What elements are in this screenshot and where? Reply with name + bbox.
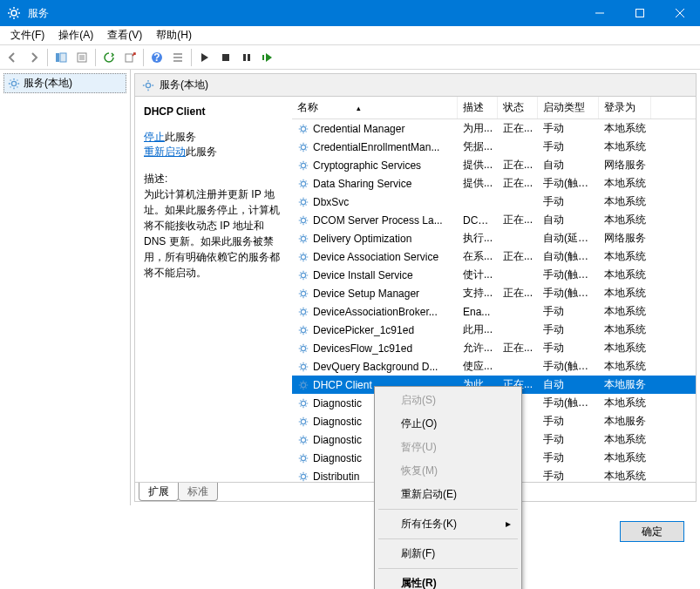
stop-service-button[interactable] [216, 48, 235, 67]
service-row[interactable]: Device Setup Manager支持...正在...手动(触发...本地… [292, 284, 696, 302]
toolbar: ? [0, 45, 700, 70]
svg-point-27 [301, 364, 305, 369]
col-status[interactable]: 状态 [498, 97, 538, 118]
service-start-cell: 手动(触发... [538, 396, 599, 410]
menu-item[interactable]: 停止(O) [377, 412, 520, 436]
minimize-button[interactable] [580, 0, 620, 26]
service-start-cell: 手动 [538, 450, 599, 465]
selected-service-name: DHCP Client [144, 105, 283, 118]
menu-view[interactable]: 查看(V) [100, 26, 149, 44]
service-start-cell: 手动 [538, 304, 599, 319]
service-row[interactable]: DbxSvc手动本地系统 [292, 193, 696, 211]
forward-button[interactable] [24, 48, 44, 67]
tree-node-services-local[interactable]: 服务(本地) [3, 73, 126, 93]
service-logon-cell: 本地系统 [599, 432, 651, 447]
ok-button[interactable]: 确定 [620, 521, 684, 542]
maximize-button[interactable] [620, 0, 660, 26]
service-row[interactable]: Data Sharing Service提供...正在...手动(触发...本地… [292, 174, 696, 193]
service-logon-cell: 本地系统 [599, 139, 651, 154]
tab-extended[interactable]: 扩展 [139, 483, 179, 501]
service-row[interactable]: Credential Manager为用...正在...手动本地系统 [292, 119, 696, 138]
service-logon-cell: 本地系统 [599, 249, 651, 264]
show-hide-tree-button[interactable] [51, 48, 71, 67]
service-desc-cell: 执行... [458, 231, 498, 246]
service-row[interactable]: Cryptographic Services提供...正在...自动网络服务 [292, 156, 696, 174]
restart-link[interactable]: 重新启动 [144, 146, 186, 158]
menu-item[interactable]: 刷新(F) [377, 542, 520, 565]
menu-bar: 文件(F) 操作(A) 查看(V) 帮助(H) [0, 26, 700, 45]
gear-icon [297, 306, 309, 318]
service-name-cell: DevQuery Background D... [313, 361, 438, 373]
window-title: 服务 [28, 6, 580, 21]
service-desc-cell: 使应... [458, 359, 498, 374]
service-row[interactable]: Device Install Service使计...手动(触发...本地系统 [292, 266, 696, 284]
refresh-button[interactable] [99, 48, 119, 67]
close-button[interactable] [660, 0, 700, 26]
gear-icon [297, 397, 309, 410]
service-status-cell: 正在... [498, 158, 538, 173]
service-row[interactable]: DCOM Server Process La...DCO...正在...自动本地… [292, 211, 696, 229]
menu-file[interactable]: 文件(F) [3, 26, 51, 44]
export-button[interactable] [120, 48, 139, 67]
menu-action[interactable]: 操作(A) [51, 26, 100, 44]
gear-icon [297, 269, 309, 281]
gear-icon [8, 78, 20, 90]
svg-point-19 [301, 218, 305, 222]
service-logon-cell: 网络服务 [599, 158, 651, 173]
svg-point-22 [301, 273, 305, 277]
service-row[interactable]: DeviceAssociationBroker...Ena...手动本地系统 [292, 302, 696, 321]
service-logon-cell: 本地系统 [599, 176, 651, 191]
service-start-cell: 手动(触发... [538, 359, 599, 374]
properties-button[interactable] [72, 48, 92, 67]
content-area: 服务(本地) 服务(本地) DHCP Client 停止此服务 重新启动此服务 … [0, 70, 700, 505]
svg-point-13 [146, 83, 150, 87]
service-start-cell: 手动 [538, 469, 599, 482]
menu-item[interactable]: 重新启动(E) [377, 483, 520, 506]
pause-service-button[interactable] [237, 48, 256, 67]
gear-icon [297, 342, 309, 355]
service-logon-cell: 本地系统 [599, 341, 651, 355]
service-start-cell: 手动(触发... [538, 267, 599, 282]
service-row[interactable]: Delivery Optimization执行...自动(延迟...网络服务 [292, 229, 696, 247]
service-row[interactable]: Device Association Service在系...正在...自动(触… [292, 247, 696, 266]
menu-help[interactable]: 帮助(H) [149, 26, 199, 44]
service-status-cell: 正在... [498, 121, 538, 136]
svg-point-29 [301, 401, 305, 405]
svg-point-16 [301, 163, 305, 167]
menu-item[interactable]: 所有任务(K)▸ [377, 512, 520, 536]
gear-icon [142, 79, 154, 91]
svg-rect-11 [262, 55, 264, 60]
col-startup[interactable]: 启动类型 [538, 97, 599, 118]
service-row[interactable]: DevicePicker_1c91ed此用...手动本地系统 [292, 321, 696, 339]
tab-standard[interactable]: 标准 [178, 483, 218, 501]
gear-icon [297, 123, 309, 135]
start-service-button[interactable] [195, 48, 214, 67]
service-row[interactable]: CredentialEnrollmentMan...凭据...手动本地系统 [292, 138, 696, 156]
svg-rect-9 [243, 54, 246, 61]
back-button[interactable] [3, 48, 23, 67]
list-button[interactable] [168, 48, 187, 67]
service-desc-cell: 使计... [458, 267, 498, 282]
service-logon-cell: 本地系统 [599, 304, 651, 319]
service-row[interactable]: DevicesFlow_1c91ed允许...正在...手动本地系统 [292, 339, 696, 357]
svg-point-20 [301, 236, 305, 240]
pane-header: 服务(本地) [135, 74, 696, 97]
help-button[interactable]: ? [147, 48, 167, 67]
service-desc-cell: DCO... [458, 214, 498, 227]
service-start-cell: 手动 [538, 194, 599, 209]
service-logon-cell: 本地系统 [599, 213, 651, 227]
svg-point-31 [301, 437, 305, 442]
col-logon[interactable]: 登录为 [599, 97, 651, 118]
col-desc[interactable]: 描述 [458, 97, 498, 118]
restart-service-button[interactable] [258, 48, 277, 67]
service-row[interactable]: DevQuery Background D...使应...手动(触发...本地系… [292, 357, 696, 376]
service-name-cell: Delivery Optimization [313, 233, 411, 245]
menu-item[interactable]: 属性(R) [377, 572, 520, 589]
tree-node-label: 服务(本地) [24, 76, 72, 91]
service-desc-cell: 凭据... [458, 139, 498, 154]
svg-point-32 [301, 456, 305, 460]
svg-point-33 [301, 474, 305, 478]
dialog-footer: 确定 [620, 521, 684, 542]
stop-link[interactable]: 停止 [144, 131, 165, 143]
col-name[interactable]: 名称▴ [292, 97, 458, 118]
